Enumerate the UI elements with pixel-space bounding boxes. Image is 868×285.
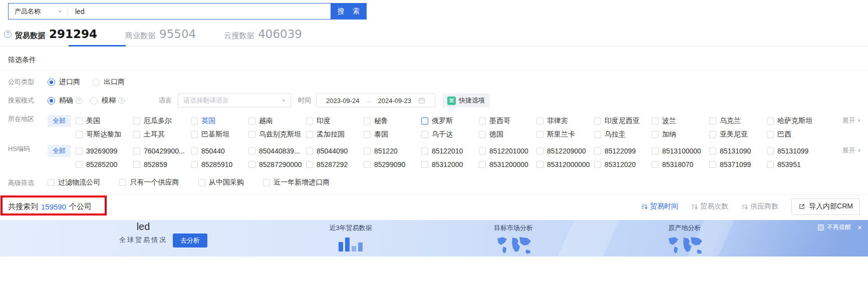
hs-checkbox-item[interactable]: 8531200000 — [479, 160, 536, 168]
checkbox[interactable] — [767, 131, 774, 138]
sort-supplier-count[interactable]: 供应商数 — [741, 202, 778, 211]
checkbox[interactable] — [364, 161, 371, 168]
checkbox[interactable] — [76, 118, 83, 124]
hs-checkbox-item[interactable]: 8513100000 — [652, 147, 709, 155]
hs-checkbox-item[interactable]: 760429900... — [133, 147, 191, 155]
hs-checkbox-item[interactable]: 85122099 — [594, 147, 652, 155]
region-all-chip[interactable]: 全部 — [48, 115, 71, 127]
checkbox[interactable] — [76, 161, 83, 168]
checkbox[interactable] — [594, 148, 601, 154]
advanced-checkbox-item[interactable]: 只有一个供应商 — [119, 178, 179, 187]
checkbox[interactable] — [652, 118, 659, 124]
region-checkbox-item[interactable]: 俄罗斯 — [421, 116, 479, 126]
region-checkbox-item[interactable]: 土耳其 — [133, 130, 191, 139]
checkbox[interactable] — [248, 161, 255, 168]
hs-checkbox-item[interactable]: 39269099 — [76, 147, 133, 155]
hs-checkbox-item[interactable]: 8512209000 — [536, 147, 594, 155]
advanced-checkbox-item[interactable]: 从中国采购 — [198, 178, 244, 187]
search-input[interactable]: led — [68, 4, 331, 19]
checkbox[interactable] — [767, 148, 774, 154]
hs-checkbox-item[interactable]: 85312020 — [594, 160, 652, 168]
analyze-button[interactable]: 去分析 — [173, 234, 207, 248]
sort-trade-time[interactable]: 贸易时间 — [641, 202, 678, 211]
checkbox[interactable] — [652, 148, 659, 154]
checkbox[interactable] — [248, 131, 255, 138]
region-checkbox-item[interactable]: 秘鲁 — [364, 116, 421, 126]
checkbox[interactable] — [133, 161, 140, 168]
checkbox[interactable] — [364, 118, 371, 124]
sort-trade-count[interactable]: 贸易次数 — [691, 202, 728, 211]
checkbox[interactable] — [306, 161, 313, 168]
hs-checkbox-item[interactable]: 85312000 — [421, 160, 479, 168]
checkbox[interactable] — [709, 131, 716, 138]
region-checkbox-item[interactable]: 巴基斯坦 — [191, 130, 248, 139]
checkbox[interactable] — [248, 148, 255, 154]
region-checkbox-item[interactable]: 英国 — [191, 116, 248, 126]
checkbox[interactable] — [421, 118, 428, 124]
checkbox[interactable] — [191, 118, 198, 124]
region-checkbox-item[interactable]: 越南 — [248, 116, 306, 126]
region-checkbox-item[interactable]: 波兰 — [652, 116, 709, 126]
checkbox[interactable] — [709, 118, 716, 124]
region-checkbox-item[interactable]: 泰国 — [364, 130, 421, 139]
checkbox[interactable] — [421, 131, 428, 138]
checkbox[interactable] — [479, 118, 486, 124]
checkbox[interactable] — [306, 118, 313, 124]
hs-all-chip[interactable]: 全部 — [48, 145, 71, 157]
hs-expand-link[interactable]: 展开 ∨ — [842, 146, 861, 155]
hs-checkbox-item[interactable]: 85371099 — [709, 160, 767, 168]
import-crm-button[interactable]: 导入内部CRM — [791, 198, 860, 215]
checkbox[interactable] — [594, 118, 601, 124]
region-checkbox-item[interactable]: 斯里兰卡 — [536, 130, 594, 139]
checkbox[interactable] — [536, 118, 543, 124]
checkbox[interactable] — [767, 118, 774, 124]
tab-business-data[interactable]: 商业数据 95504 — [125, 28, 196, 40]
region-checkbox-item[interactable]: 亚美尼亚 — [709, 130, 767, 139]
checkbox[interactable] — [48, 179, 55, 186]
checkbox[interactable] — [364, 148, 371, 154]
radio-importer[interactable]: 进口商 — [48, 78, 80, 86]
hs-checkbox-item[interactable]: 85285200 — [76, 160, 133, 168]
checkbox[interactable] — [421, 148, 428, 154]
checkbox[interactable] — [709, 161, 716, 168]
region-checkbox-item[interactable]: 哈萨克斯坦 — [767, 116, 824, 126]
checkbox[interactable] — [198, 179, 205, 186]
checkbox[interactable] — [364, 131, 371, 138]
hs-checkbox-item[interactable]: 852859 — [133, 160, 191, 168]
hs-checkbox-item[interactable]: 85299090 — [364, 160, 421, 168]
search-button[interactable]: 搜 索 — [331, 3, 367, 20]
region-checkbox-item[interactable]: 菲律宾 — [536, 116, 594, 126]
dismiss-label[interactable]: 不再提醒 — [827, 223, 851, 232]
checkbox[interactable] — [536, 161, 543, 168]
tab-cloud-search-data[interactable]: 云搜数据 406039 — [224, 28, 302, 40]
checkbox[interactable] — [479, 131, 486, 138]
radio-exporter[interactable]: 出口商 — [92, 78, 125, 86]
region-checkbox-item[interactable]: 乌干达 — [421, 130, 479, 139]
checkbox[interactable] — [767, 161, 774, 168]
checkbox[interactable] — [248, 118, 255, 124]
checkbox[interactable] — [263, 179, 270, 186]
close-icon[interactable]: × — [857, 224, 862, 231]
checkbox[interactable] — [119, 179, 126, 186]
checkbox[interactable] — [652, 161, 659, 168]
checkbox[interactable] — [191, 161, 198, 168]
region-checkbox-item[interactable]: 印度 — [306, 116, 364, 126]
checkbox[interactable] — [594, 161, 601, 168]
checkbox[interactable] — [594, 131, 601, 138]
region-checkbox-item[interactable]: 乌兹别克斯坦 — [248, 130, 306, 139]
checkbox[interactable] — [133, 118, 140, 124]
hs-checkbox-item[interactable]: 850440 — [191, 147, 248, 155]
checkbox[interactable] — [191, 148, 198, 154]
checkbox[interactable] — [421, 161, 428, 168]
checkbox[interactable] — [709, 148, 716, 154]
checkbox[interactable] — [536, 148, 543, 154]
region-expand-link[interactable]: 展开 ∨ — [842, 116, 861, 125]
hs-checkbox-item[interactable]: 85312000000 — [536, 160, 594, 168]
checkbox[interactable] — [306, 148, 313, 154]
region-checkbox-item[interactable]: 哥斯达黎加 — [76, 130, 133, 139]
hs-checkbox-item[interactable]: 85318070 — [652, 160, 709, 168]
hs-checkbox-item[interactable]: 85122010 — [421, 147, 479, 155]
region-checkbox-item[interactable]: 巴西 — [767, 130, 824, 139]
region-checkbox-item[interactable]: 乌克兰 — [709, 116, 767, 126]
radio-exact-mode[interactable]: 精确 ? — [48, 96, 82, 105]
